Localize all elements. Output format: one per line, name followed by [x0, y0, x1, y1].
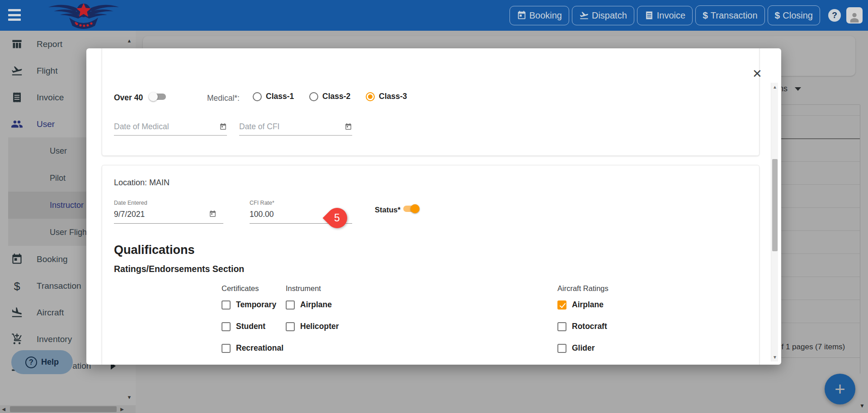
modal-scroll-down-arrow[interactable]: ▼ [771, 355, 778, 360]
annotation-badge-number: 5 [334, 212, 340, 224]
date-of-medical-placeholder: Date of Medical [114, 122, 169, 131]
qualifications-title: Qualifications [114, 243, 195, 257]
checkbox-label: Student [236, 322, 265, 331]
checkbox-icon [222, 300, 231, 310]
location-card: Location: MAIN Date Entered 9/7/2021 CFI… [102, 165, 760, 365]
checkbox-label: Airplane [572, 300, 604, 310]
checkbox-student[interactable]: Student [222, 322, 265, 331]
checkbox-icon [557, 344, 566, 353]
radio-label: Class-3 [379, 92, 407, 101]
modal-scrollbar[interactable]: ▲ ▼ [771, 83, 778, 361]
date-of-medical-field[interactable]: Date of Medical [114, 122, 227, 136]
person-icon [848, 11, 861, 23]
checkbox-label: Rotocraft [572, 322, 607, 331]
checkbox-glider[interactable]: Glider [557, 343, 595, 353]
instructor-details-modal: ✕ Over 40 Medical*: Class-1 Class-2 Clas… [86, 48, 781, 365]
cfi-rate-underline [250, 223, 352, 224]
instrument-column-header: Instrument [286, 284, 321, 293]
nav-button-label: Invoice [657, 10, 685, 21]
date-entered-underline [114, 223, 223, 224]
medical-card: Over 40 Medical*: Class-1 Class-2 Class-… [102, 48, 760, 156]
close-icon[interactable]: ✕ [750, 66, 764, 81]
radio-icon [366, 92, 375, 101]
radio-label: Class-1 [266, 92, 294, 101]
checkbox-label: Helicopter [300, 322, 339, 331]
checkbox-icon [222, 344, 231, 353]
cfi-rate-value[interactable]: 100.00 [250, 210, 274, 219]
radio-class-3[interactable]: Class-3 [366, 92, 407, 101]
app-root: Columns of 1 pages (7 items) + Report Fl… [0, 0, 868, 413]
status-label: Status* [375, 206, 401, 214]
radio-class-2[interactable]: Class-2 [309, 92, 350, 101]
receipt-icon [644, 10, 654, 20]
checkbox-icon [286, 322, 295, 331]
status-toggle[interactable] [402, 203, 420, 214]
nav-button-label: Closing [783, 10, 813, 21]
ratings-section-title: Ratings/Endorsements Section [114, 264, 244, 274]
checkbox-rotocraft[interactable]: Rotocraft [557, 322, 607, 331]
nav-invoice-button[interactable]: Invoice [637, 6, 693, 25]
nav-button-label: Dispatch [592, 10, 627, 21]
checkbox-icon [557, 300, 566, 310]
nav-booking-button[interactable]: Booking [509, 6, 569, 25]
checkbox-temporary[interactable]: Temporary [222, 300, 276, 310]
menu-icon[interactable] [8, 9, 21, 21]
date-of-cfi-placeholder: Date of CFI [239, 122, 279, 131]
date-entered-value[interactable]: 9/7/2021 [114, 210, 145, 219]
nav-button-label: Transaction [711, 10, 758, 21]
checkbox-label: Temporary [236, 300, 276, 310]
date-entered-label: Date Entered [114, 200, 147, 206]
checkbox-icon [286, 300, 295, 310]
header-help-icon[interactable]: ? [828, 9, 841, 22]
over-40-toggle[interactable] [149, 91, 167, 102]
checkbox-rating-airplane[interactable]: Airplane [557, 300, 604, 310]
dollar-icon: $ [703, 10, 708, 21]
aircraft-ratings-column-header: Aircraft Ratings [557, 284, 609, 293]
location-label: Location: MAIN [114, 178, 170, 188]
radio-class-1[interactable]: Class-1 [253, 92, 294, 101]
checkbox-instrument-airplane[interactable]: Airplane [286, 300, 332, 310]
question-glyph: ? [832, 10, 837, 20]
checkbox-recreational[interactable]: Recreational [222, 343, 283, 353]
checkbox-helicopter[interactable]: Helicopter [286, 322, 339, 331]
calendar-icon[interactable] [344, 123, 352, 131]
modal-scroll-thumb[interactable] [772, 159, 778, 251]
dollar-icon: $ [775, 10, 780, 21]
app-header: Booking Dispatch Invoice $ Transaction $… [0, 0, 868, 31]
over-40-label: Over 40 [114, 93, 143, 103]
nav-transaction-button[interactable]: $ Transaction [695, 5, 764, 25]
checkbox-label: Glider [572, 343, 595, 353]
medical-label: Medical*: [207, 94, 240, 103]
nav-button-label: Booking [529, 10, 562, 21]
radio-icon [253, 92, 262, 101]
calendar-icon[interactable] [219, 123, 227, 131]
cfi-rate-label: CFI Rate* [250, 200, 274, 206]
radio-label: Class-2 [322, 92, 350, 101]
checkbox-label: Recreational [236, 343, 283, 353]
checkbox-label: Airplane [300, 300, 332, 310]
plane-takeoff-icon [579, 10, 589, 20]
modal-scroll-up-arrow[interactable]: ▲ [771, 84, 778, 89]
certificates-column-header: Certificates [222, 284, 259, 293]
user-avatar[interactable] [846, 7, 863, 23]
calendar-icon[interactable] [209, 210, 217, 218]
checkbox-icon [222, 322, 231, 331]
company-logo [43, 0, 124, 32]
date-of-cfi-field[interactable]: Date of CFI [239, 122, 352, 136]
calendar-icon [517, 10, 527, 20]
nav-dispatch-button[interactable]: Dispatch [572, 6, 634, 25]
radio-icon [309, 92, 318, 101]
nav-closing-button[interactable]: $ Closing [768, 5, 820, 25]
checkbox-icon [557, 322, 566, 331]
annotation-badge-5: 5 [322, 203, 351, 232]
